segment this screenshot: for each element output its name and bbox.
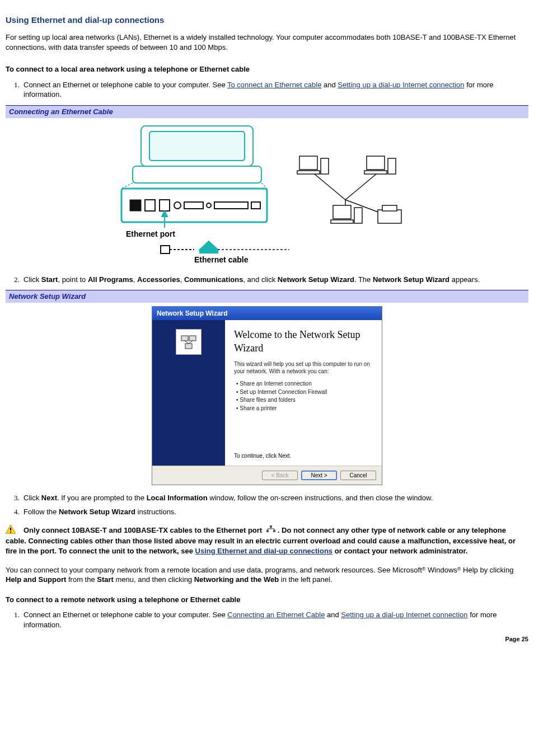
step4-b: Network Setup Wizard bbox=[59, 508, 135, 516]
svg-point-9 bbox=[174, 202, 181, 209]
subheading-lan: To connect to a local area network using… bbox=[6, 64, 528, 74]
svg-rect-13 bbox=[251, 202, 260, 209]
remote-step-1: Connect an Ethernet or telephone cable t… bbox=[21, 610, 528, 630]
step1-text-mid: and bbox=[321, 81, 338, 89]
page-number: Page 25 bbox=[6, 635, 528, 644]
remote-h: Networking and the Web bbox=[194, 575, 279, 584]
svg-line-22 bbox=[345, 172, 379, 200]
wizard-heading: Welcome to the Network Setup Wizard bbox=[234, 328, 373, 355]
figure-network-wizard: Network Setup Wizard Welcome to the Netw… bbox=[6, 306, 528, 485]
step2-m: appears. bbox=[449, 275, 480, 284]
svg-rect-38 bbox=[185, 344, 192, 349]
svg-rect-35 bbox=[382, 205, 397, 211]
svg-rect-30 bbox=[388, 158, 396, 174]
remote-f: Start bbox=[97, 575, 114, 584]
ethernet-cable-label: Ethernet cable bbox=[194, 255, 249, 264]
svg-point-11 bbox=[207, 203, 211, 208]
svg-rect-12 bbox=[214, 202, 248, 209]
step2-h: Communications bbox=[184, 275, 243, 284]
intro-paragraph: For setting up local area networks (LANs… bbox=[6, 32, 528, 52]
step2-j: Network Setup Wizard bbox=[278, 275, 354, 284]
svg-rect-1 bbox=[149, 132, 245, 161]
svg-rect-45 bbox=[266, 530, 269, 532]
svg-line-40 bbox=[189, 341, 193, 344]
svg-rect-46 bbox=[273, 530, 275, 532]
remote-c: Help by clicking bbox=[461, 566, 513, 574]
svg-rect-8 bbox=[160, 200, 170, 211]
figure-caption-ethernet: Connecting an Ethernet Cable bbox=[6, 105, 528, 118]
step2-b: Start bbox=[41, 275, 58, 284]
wizard-bullet-list: Share an Internet connection Set up Inte… bbox=[236, 379, 373, 412]
svg-rect-26 bbox=[297, 171, 320, 174]
wizard-bullet-3: Share a printer bbox=[236, 405, 373, 412]
wizard-bullet-0: Share an Internet connection bbox=[236, 380, 373, 388]
svg-rect-36 bbox=[181, 336, 188, 341]
step3-b: Next bbox=[41, 494, 57, 502]
remote-a: You can connect to your company network … bbox=[6, 566, 422, 574]
step2-k: . The bbox=[354, 275, 373, 284]
ethernet-port-icon bbox=[265, 525, 277, 536]
remote-paragraph: You can connect to your company network … bbox=[6, 565, 528, 585]
svg-rect-7 bbox=[145, 200, 155, 211]
svg-rect-27 bbox=[321, 158, 329, 174]
step2-a: Click bbox=[24, 275, 41, 284]
svg-rect-28 bbox=[367, 156, 385, 170]
warn-text-a: Only connect 10BASE-T and 100BASE-TX cab… bbox=[24, 526, 264, 534]
step3-a: Click bbox=[24, 494, 41, 502]
svg-marker-18 bbox=[200, 241, 218, 250]
step3-c: . If you are prompted to the bbox=[57, 494, 147, 502]
wizard-cancel-button[interactable]: Cancel bbox=[340, 471, 376, 480]
step2-f: Accessories bbox=[137, 275, 180, 284]
step4-a: Follow the bbox=[24, 508, 59, 516]
step-3: Click Next. If you are prompted to the L… bbox=[21, 493, 528, 503]
link-setting-up-dialup-2[interactable]: Setting up a dial-up Internet connection bbox=[341, 611, 467, 619]
link-using-ethernet-dialup[interactable]: Using Ethernet and dial-up connections bbox=[195, 547, 333, 555]
wizard-back-button[interactable]: < Back bbox=[262, 471, 298, 480]
step-2: Click Start, point to All Programs, Acce… bbox=[21, 275, 528, 285]
wizard-side-panel bbox=[152, 320, 225, 466]
step3-e: window, follow the on-screen instruction… bbox=[208, 494, 433, 502]
step2-e: , bbox=[133, 275, 137, 284]
svg-rect-19 bbox=[200, 250, 218, 253]
link-connect-ethernet-cable[interactable]: To connect an Ethernet cable bbox=[227, 81, 321, 89]
svg-rect-6 bbox=[130, 200, 141, 211]
svg-rect-31 bbox=[333, 205, 351, 219]
wizard-bullet-1: Set up Internet Connection Firewall bbox=[236, 388, 373, 396]
warn-text-c: or contact your network administrator. bbox=[332, 547, 467, 555]
remote-d: Help and Support bbox=[6, 575, 66, 584]
svg-rect-25 bbox=[299, 156, 317, 170]
rstep1-mid: and bbox=[325, 611, 341, 619]
step2-l: Network Setup Wizard bbox=[373, 275, 449, 284]
remote-b: Windows bbox=[425, 566, 457, 574]
svg-rect-34 bbox=[378, 210, 401, 223]
svg-rect-42 bbox=[10, 528, 11, 530]
subheading-remote: To connect to a remote network using a t… bbox=[6, 595, 528, 605]
svg-rect-16 bbox=[161, 246, 170, 253]
svg-rect-37 bbox=[189, 336, 196, 341]
network-icon bbox=[176, 329, 202, 355]
warning-block: Only connect 10BASE-T and 100BASE-TX cab… bbox=[6, 525, 528, 556]
svg-line-39 bbox=[185, 341, 189, 344]
wizard-continue-text: To continue, click Next. bbox=[234, 452, 373, 460]
svg-rect-33 bbox=[354, 208, 362, 223]
ethernet-diagram-svg: Ethernet port Ethernet cable bbox=[110, 121, 424, 267]
svg-rect-10 bbox=[184, 202, 203, 209]
ethernet-port-label: Ethernet port bbox=[126, 229, 175, 238]
remote-g: menu, and then clicking bbox=[114, 575, 194, 584]
step2-g: , bbox=[180, 275, 184, 284]
step-1: Connect an Ethernet or telephone cable t… bbox=[21, 80, 528, 100]
step2-i: , and click bbox=[243, 275, 277, 284]
svg-rect-44 bbox=[270, 525, 272, 528]
remote-e: from the bbox=[66, 575, 97, 584]
link-setting-up-dialup[interactable]: Setting up a dial-up Internet connection bbox=[338, 81, 464, 89]
figure-ethernet-cable: Ethernet port Ethernet cable bbox=[6, 121, 528, 267]
svg-rect-32 bbox=[331, 220, 353, 223]
wizard-bullet-2: Share files and folders bbox=[236, 396, 373, 404]
wizard-next-button[interactable]: Next > bbox=[301, 471, 337, 480]
svg-line-21 bbox=[312, 172, 345, 200]
wizard-intro-text: This wizard will help you set up this co… bbox=[234, 360, 373, 375]
svg-rect-43 bbox=[10, 532, 11, 533]
link-connecting-ethernet-cable[interactable]: Connecting an Ethernet Cable bbox=[227, 611, 325, 619]
step3-d: Local Information bbox=[147, 494, 208, 502]
remote-i: in the left panel. bbox=[279, 575, 332, 584]
